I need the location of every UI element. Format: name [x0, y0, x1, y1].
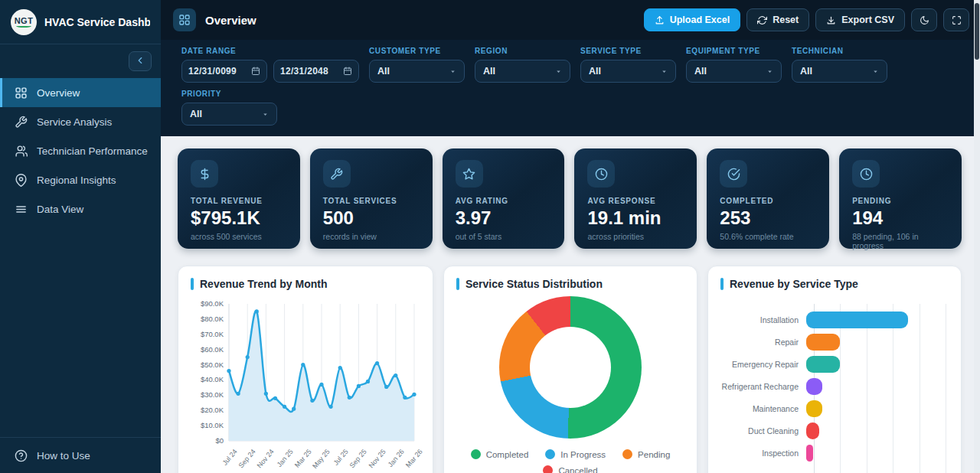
technician-select[interactable]: All	[792, 60, 887, 83]
revenue-trend-line-chart[interactable]: $90.0K$80.0K$70.0K$60.0K$50.0K$40.0K$30.…	[191, 299, 420, 449]
x-tick-label: Jan 25	[275, 448, 294, 468]
select-value: All	[377, 66, 390, 77]
kpi-value: $795.1K	[191, 207, 287, 229]
bar[interactable]	[806, 400, 822, 417]
revenue-by-type-bar-chart[interactable]: Installation Repair Emergency Repair Ref…	[720, 308, 949, 464]
revenue-by-type-card: Revenue by Service Type Installation Rep…	[707, 266, 962, 473]
sidebar-item-overview[interactable]: Overview	[0, 78, 161, 107]
bar[interactable]	[806, 312, 908, 328]
vertical-scrollbar[interactable]	[974, 0, 980, 473]
legend-label: In Progress	[560, 450, 606, 459]
app-logo: NGT	[11, 9, 37, 35]
kpi-label: AVG RESPONSE	[587, 197, 684, 205]
legend-item-pending[interactable]: Pending	[622, 449, 670, 459]
bar[interactable]	[806, 378, 822, 395]
bar-track	[806, 445, 946, 462]
bar-row-duct-cleaning: Duct Cleaning	[720, 419, 949, 442]
bar-category-label: Duct Cleaning	[720, 426, 806, 435]
x-tick-label: Mar 26	[404, 448, 424, 469]
service-type-select[interactable]: All	[580, 60, 676, 83]
caret-down-icon	[449, 68, 456, 75]
bar-track	[806, 356, 946, 373]
fullscreen-icon	[952, 15, 962, 25]
kpi-value: 253	[720, 207, 816, 229]
calendar-icon[interactable]	[343, 67, 352, 76]
bar-row-maintenance: Maintenance	[720, 397, 949, 419]
sidebar-item-how-to-use[interactable]: How to Use	[0, 438, 161, 473]
donut-hole	[530, 327, 611, 408]
sidebar-item-label: How to Use	[37, 450, 90, 462]
legend-dot	[543, 465, 553, 473]
legend-item-cancelled[interactable]: Cancelled	[543, 465, 597, 473]
calendar-icon[interactable]	[251, 67, 260, 76]
filter-group-priority: PRIORITY All	[181, 90, 277, 126]
donut-legend: Completed In Progress Pending	[471, 449, 671, 473]
select-value: All	[190, 109, 202, 119]
bar[interactable]	[806, 445, 813, 462]
sidebar-item-technician-performance[interactable]: Technician Performance	[0, 136, 161, 165]
kpi-value: 19.1 min	[587, 207, 684, 229]
bar[interactable]	[806, 356, 840, 373]
filter-label: SERVICE TYPE	[580, 47, 676, 55]
date-start-input[interactable]: 12/31/0099	[181, 60, 267, 83]
filter-label: PRIORITY	[181, 90, 277, 98]
legend-label: Completed	[486, 450, 529, 459]
date-start-value: 12/31/0099	[188, 66, 237, 77]
select-value: All	[589, 66, 601, 77]
reset-button[interactable]: Reset	[746, 8, 809, 31]
logo-swoosh	[16, 24, 31, 28]
x-tick-label: Jan 26	[386, 448, 405, 468]
svg-text:$0: $0	[215, 436, 224, 445]
card-title-row: Revenue by Service Type	[720, 278, 949, 290]
help-icon	[15, 449, 28, 462]
svg-text:$50.0K: $50.0K	[201, 360, 224, 369]
legend-dot	[622, 449, 632, 459]
x-tick-label: Jul 25	[332, 448, 350, 467]
sidebar-item-data-view[interactable]: Data View	[0, 194, 161, 223]
accent-bar	[456, 278, 459, 290]
export-csv-button[interactable]: Export CSV	[815, 8, 905, 31]
list-icon	[15, 203, 28, 216]
bar-category-label: Repair	[720, 338, 806, 347]
svg-text:$40.0K: $40.0K	[201, 375, 224, 383]
sidebar-collapse-button[interactable]	[129, 51, 152, 71]
x-tick-label: Mar 25	[293, 448, 313, 469]
customer-type-select[interactable]: All	[369, 60, 465, 83]
status-donut-chart[interactable]	[499, 296, 642, 439]
sidebar-item-regional-insights[interactable]: Regional Insights	[0, 165, 161, 194]
sidebar-item-label: Data View	[37, 204, 83, 215]
legend-item-completed[interactable]: Completed	[471, 449, 529, 459]
svg-text:$30.0K: $30.0K	[201, 390, 224, 399]
bar-category-label: Maintenance	[720, 404, 806, 413]
filter-panel: DATE RANGE 12/31/0099 12/31/2048 CUSTOME…	[161, 40, 980, 136]
bar-row-emergency-repair: Emergency Repair	[720, 353, 949, 375]
bar[interactable]	[806, 422, 819, 439]
filter-label: CUSTOMER TYPE	[369, 47, 465, 55]
sidebar: NGT HVAC Service Dashboa Overview Servic…	[0, 0, 161, 473]
date-end-input[interactable]: 12/31/2048	[273, 60, 359, 83]
priority-select[interactable]: All	[181, 103, 277, 126]
sidebar-collapse-row	[0, 44, 161, 78]
bar-track	[806, 334, 946, 351]
kpi-label: TOTAL SERVICES	[323, 197, 420, 205]
upload-excel-button[interactable]: Upload Excel	[644, 8, 741, 31]
fullscreen-button[interactable]	[943, 8, 969, 31]
region-select[interactable]: All	[475, 60, 570, 83]
legend-row: Completed In Progress Pending	[471, 449, 671, 459]
button-label: Reset	[773, 15, 799, 25]
equipment-type-select[interactable]: All	[686, 60, 782, 83]
sidebar-item-service-analysis[interactable]: Service Analysis	[0, 107, 161, 136]
scrollbar-thumb[interactable]	[975, 3, 979, 60]
bar-row-installation: Installation	[720, 308, 949, 331]
bar[interactable]	[806, 334, 840, 351]
legend-label: Cancelled	[558, 466, 597, 473]
dollar-icon	[191, 160, 218, 188]
svg-text:$60.0K: $60.0K	[201, 345, 224, 354]
date-end-value: 12/31/2048	[280, 66, 328, 77]
theme-toggle-button[interactable]	[911, 8, 937, 31]
kpi-value: 500	[323, 207, 420, 229]
legend-item-in-progress[interactable]: In Progress	[545, 449, 606, 459]
topbar-actions: Upload Excel Reset Export CSV	[644, 8, 969, 31]
charts-row: Revenue Trend by Month $90.0K$80.0K$70.0…	[178, 266, 962, 473]
bar-track	[806, 312, 946, 328]
